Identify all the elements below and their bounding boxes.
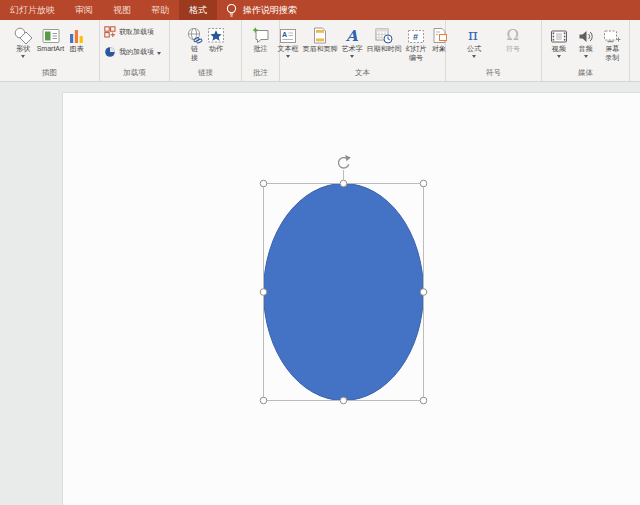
rotate-handle-icon[interactable] bbox=[338, 155, 350, 168]
resize-handle-n[interactable] bbox=[340, 180, 347, 187]
resize-handle-s[interactable] bbox=[340, 397, 347, 404]
resize-handle-e[interactable] bbox=[420, 289, 427, 296]
shape-overlay bbox=[0, 0, 640, 505]
resize-handle-sw[interactable] bbox=[260, 397, 267, 404]
resize-handle-se[interactable] bbox=[420, 397, 427, 404]
oval-shape[interactable] bbox=[264, 184, 424, 401]
resize-handle-ne[interactable] bbox=[420, 180, 427, 187]
resize-handle-nw[interactable] bbox=[260, 180, 267, 187]
resize-handle-w[interactable] bbox=[260, 289, 267, 296]
